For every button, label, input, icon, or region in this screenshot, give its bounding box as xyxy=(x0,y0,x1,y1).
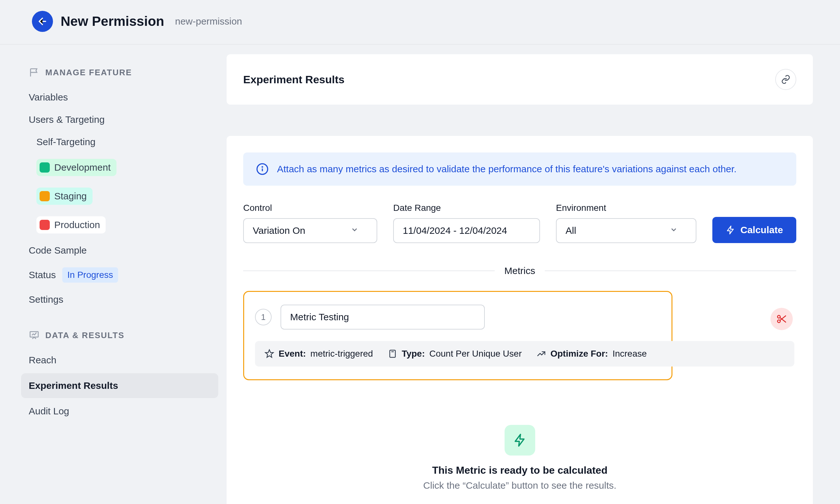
date-range-dropdown[interactable]: 11/04/2024 - 12/04/2024 xyxy=(393,218,540,243)
scissors-icon xyxy=(776,313,787,324)
controls-row: Control Variation On Date Range 11/04/20… xyxy=(243,203,796,243)
info-banner: Attach as many metrics as desired to val… xyxy=(243,152,796,186)
sidebar-item-users-targeting[interactable]: Users & Targeting xyxy=(29,108,211,131)
metrics-divider: Metrics xyxy=(243,265,796,276)
arrow-left-icon xyxy=(37,16,48,27)
sidebar-item-self-targeting[interactable]: Self-Targeting xyxy=(29,131,211,153)
content-panel: Attach as many metrics as desired to val… xyxy=(227,136,813,504)
sidebar-item-settings[interactable]: Settings xyxy=(29,288,211,311)
sidebar-item-code-sample[interactable]: Code Sample xyxy=(29,239,211,262)
presentation-icon xyxy=(29,330,39,341)
sidebar-item-env-development[interactable]: Development xyxy=(29,153,211,182)
metric-card: 1 Event: metric-triggered Type: Count Pe… xyxy=(243,291,672,380)
dropdown-value: Variation On xyxy=(253,225,305,236)
control-label: Control xyxy=(243,203,377,213)
chevron-down-icon xyxy=(669,226,678,234)
ready-subtitle: Click the “Calculate” button to see the … xyxy=(243,480,796,491)
metrics-label: Metrics xyxy=(504,265,535,276)
dropdown-value: All xyxy=(565,225,576,236)
page-header: New Permission new-permission xyxy=(0,0,840,44)
sidebar-item-variables[interactable]: Variables xyxy=(29,86,211,108)
sidebar-item-env-production[interactable]: Production xyxy=(29,211,211,239)
calculator-icon xyxy=(388,349,397,359)
svg-point-2 xyxy=(262,167,263,167)
sidebar-section-data: DATA & RESULTS xyxy=(29,330,211,341)
page-slug: new-permission xyxy=(175,16,242,27)
env-label: Environment xyxy=(556,203,696,213)
panel-title: Experiment Results xyxy=(243,73,344,86)
metric-index: 1 xyxy=(255,309,272,325)
bolt-icon xyxy=(513,433,527,447)
env-label: Production xyxy=(54,219,100,230)
bolt-icon xyxy=(726,225,735,235)
environment-dropdown[interactable]: All xyxy=(556,218,696,243)
flag-icon xyxy=(29,67,39,78)
status-label: Status xyxy=(29,270,56,281)
info-text: Attach as many metrics as desired to val… xyxy=(277,164,737,175)
link-icon xyxy=(781,75,790,84)
ready-icon-box xyxy=(505,425,535,455)
back-button[interactable] xyxy=(32,11,53,32)
info-icon xyxy=(256,163,269,176)
optimize-label: Optimize For: xyxy=(550,349,608,359)
sidebar-item-status[interactable]: Status In Progress xyxy=(29,262,211,288)
ready-title: This Metric is ready to be calculated xyxy=(243,465,796,476)
type-label: Type: xyxy=(402,349,425,359)
optimize-value: Increase xyxy=(612,349,647,359)
ready-block: This Metric is ready to be calculated Cl… xyxy=(243,425,796,491)
env-dot-stg xyxy=(39,191,50,201)
dropdown-value: 11/04/2024 - 12/04/2024 xyxy=(403,225,507,236)
env-label: Staging xyxy=(54,191,87,202)
page-title: New Permission xyxy=(60,14,164,29)
remove-metric-button[interactable] xyxy=(770,308,793,330)
copy-link-button[interactable] xyxy=(775,69,796,90)
sidebar-item-audit-log[interactable]: Audit Log xyxy=(29,400,211,422)
date-label: Date Range xyxy=(393,203,540,213)
env-label: Development xyxy=(54,162,111,173)
star-icon xyxy=(265,349,274,359)
sidebar-item-env-staging[interactable]: Staging xyxy=(29,182,211,211)
metric-meta: Event: metric-triggered Type: Count Per … xyxy=(255,341,794,366)
panel-header: Experiment Results xyxy=(227,54,813,105)
control-group-control: Control Variation On xyxy=(243,203,377,243)
chevron-down-icon xyxy=(350,226,359,234)
calculate-button[interactable]: Calculate xyxy=(712,217,796,243)
sidebar-section-label: MANAGE FEATURE xyxy=(45,68,132,77)
event-label: Event: xyxy=(279,349,306,359)
metric-name-input[interactable] xyxy=(281,305,485,329)
main-content: Experiment Results Attach as many metric… xyxy=(227,54,813,504)
status-badge: In Progress xyxy=(62,267,118,283)
sidebar-item-experiment-results[interactable]: Experiment Results xyxy=(21,373,218,398)
trend-up-icon xyxy=(537,349,546,359)
event-value: metric-triggered xyxy=(311,349,373,359)
sidebar-item-reach[interactable]: Reach xyxy=(29,349,211,371)
type-value: Count Per Unique User xyxy=(429,349,522,359)
env-dot-prod xyxy=(39,220,50,230)
sidebar-section-label: DATA & RESULTS xyxy=(45,330,124,340)
control-group-date: Date Range 11/04/2024 - 12/04/2024 xyxy=(393,203,540,243)
sidebar: MANAGE FEATURE Variables Users & Targeti… xyxy=(29,54,211,504)
button-label: Calculate xyxy=(740,224,783,235)
control-group-env: Environment All xyxy=(556,203,696,243)
control-dropdown[interactable]: Variation On xyxy=(243,218,377,243)
sidebar-section-manage: MANAGE FEATURE xyxy=(29,67,211,78)
env-dot-dev xyxy=(39,162,50,173)
